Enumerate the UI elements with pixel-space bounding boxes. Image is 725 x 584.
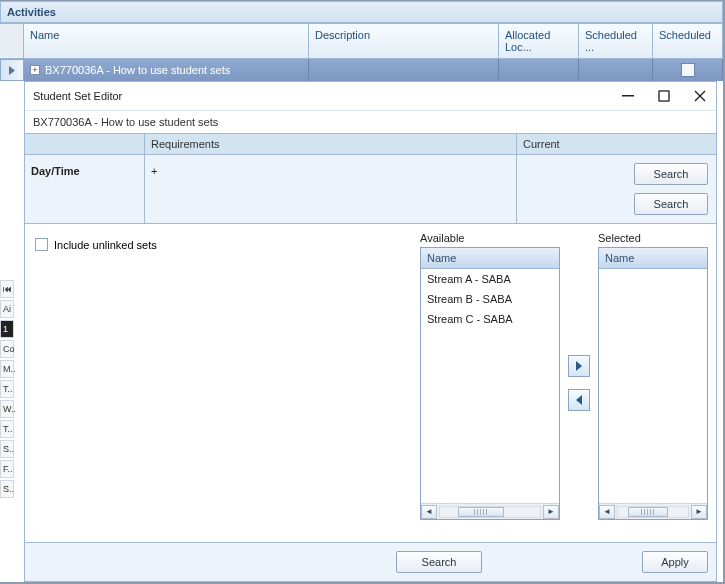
scroll-left-icon[interactable]: ◄ (599, 505, 615, 519)
minimize-icon (622, 90, 634, 102)
daytime-label: Day/Time (25, 155, 145, 223)
move-right-button[interactable] (568, 355, 590, 377)
rail-tab[interactable]: 1 (0, 320, 14, 338)
svg-rect-0 (622, 95, 634, 97)
chevron-left-icon (575, 395, 583, 405)
activities-header: Activities (0, 1, 723, 23)
rail-tab[interactable]: M.. (0, 360, 14, 378)
rail-tab[interactable]: S.. (0, 480, 14, 498)
include-unlinked-checkbox[interactable] (35, 238, 48, 251)
rail-tab[interactable]: T.. (0, 380, 14, 398)
scroll-track[interactable] (617, 506, 689, 518)
search-button-1[interactable]: Search (634, 163, 708, 185)
svg-rect-1 (659, 91, 669, 101)
left-rail: ⏮ Ai 1 Co M.. T.. W.. T.. S.. F.. S.. (0, 280, 14, 498)
column-name[interactable]: Name (24, 23, 309, 59)
row-arrow-icon (9, 66, 15, 75)
rail-tab[interactable]: T.. (0, 420, 14, 438)
editor-title: Student Set Editor (33, 90, 620, 102)
student-set-editor: Student Set Editor BX770036A - How to us… (24, 81, 717, 582)
expand-icon[interactable]: + (30, 65, 40, 75)
close-button[interactable] (692, 88, 708, 104)
chevron-right-icon (575, 361, 583, 371)
maximize-icon (658, 90, 670, 102)
requirements-body: Day/Time + Search Search (25, 155, 716, 224)
list-item[interactable]: Stream A - SABA (421, 269, 559, 289)
editor-subtitle: BX770036A - How to use student sets (25, 111, 716, 133)
rail-tab[interactable]: F.. (0, 460, 14, 478)
scroll-right-icon[interactable]: ► (691, 505, 707, 519)
selected-label: Selected (598, 232, 708, 247)
scheduled-checkbox[interactable] (681, 63, 695, 77)
column-description[interactable]: Description (309, 23, 499, 59)
rail-nav-icon[interactable]: ⏮ (0, 280, 14, 298)
selected-header-name[interactable]: Name (599, 248, 707, 269)
rail-tab[interactable]: Ai (0, 300, 14, 318)
editor-footer: Search Apply (25, 542, 716, 581)
scroll-right-icon[interactable]: ► (543, 505, 559, 519)
available-listbox[interactable]: Name Stream A - SABA Stream B - SABA Str… (420, 247, 560, 520)
include-unlinked-label: Include unlinked sets (54, 239, 157, 251)
available-header-name[interactable]: Name (421, 248, 559, 269)
apply-button[interactable]: Apply (642, 551, 708, 573)
row-indicator[interactable] (0, 59, 24, 81)
search-button-2[interactable]: Search (634, 193, 708, 215)
rail-tab[interactable]: Co (0, 340, 14, 358)
maximize-button[interactable] (656, 88, 672, 104)
available-hscroll[interactable]: ◄ ► (421, 503, 559, 519)
available-label: Available (420, 232, 560, 247)
search-button-footer[interactable]: Search (396, 551, 482, 573)
requirements-left-header (25, 134, 145, 154)
minimize-button[interactable] (620, 88, 636, 104)
rail-tab[interactable]: S.. (0, 440, 14, 458)
requirements-header: Requirements (145, 134, 517, 154)
grid-header-row: Name Description Allocated Loc... Schedu… (0, 23, 723, 59)
selected-listbox[interactable]: Name ◄ ► (598, 247, 708, 520)
row-allocated (499, 59, 579, 81)
requirements-cell[interactable]: + (145, 155, 517, 223)
column-scheduled-2[interactable]: Scheduled (653, 23, 723, 59)
close-icon (694, 90, 706, 102)
column-allocated[interactable]: Allocated Loc... (499, 23, 579, 59)
row-name: BX770036A - How to use student sets (45, 64, 230, 76)
scroll-track[interactable] (439, 506, 541, 518)
row-scheduled-2 (653, 59, 723, 81)
column-scheduled-1[interactable]: Scheduled ... (579, 23, 653, 59)
move-left-button[interactable] (568, 389, 590, 411)
table-row[interactable]: + BX770036A - How to use student sets (0, 59, 723, 81)
current-cell: Search Search (517, 155, 716, 223)
list-item[interactable]: Stream B - SABA (421, 289, 559, 309)
current-header: Current (517, 134, 716, 154)
editor-header: Student Set Editor (25, 82, 716, 111)
selected-hscroll[interactable]: ◄ ► (599, 503, 707, 519)
scroll-left-icon[interactable]: ◄ (421, 505, 437, 519)
scroll-thumb[interactable] (628, 507, 668, 517)
rail-tab[interactable]: W.. (0, 400, 14, 418)
row-description (309, 59, 499, 81)
row-selector-header (0, 23, 24, 59)
scroll-thumb[interactable] (458, 507, 504, 517)
list-item[interactable]: Stream C - SABA (421, 309, 559, 329)
row-scheduled-1 (579, 59, 653, 81)
requirements-header-row: Requirements Current (25, 133, 716, 155)
